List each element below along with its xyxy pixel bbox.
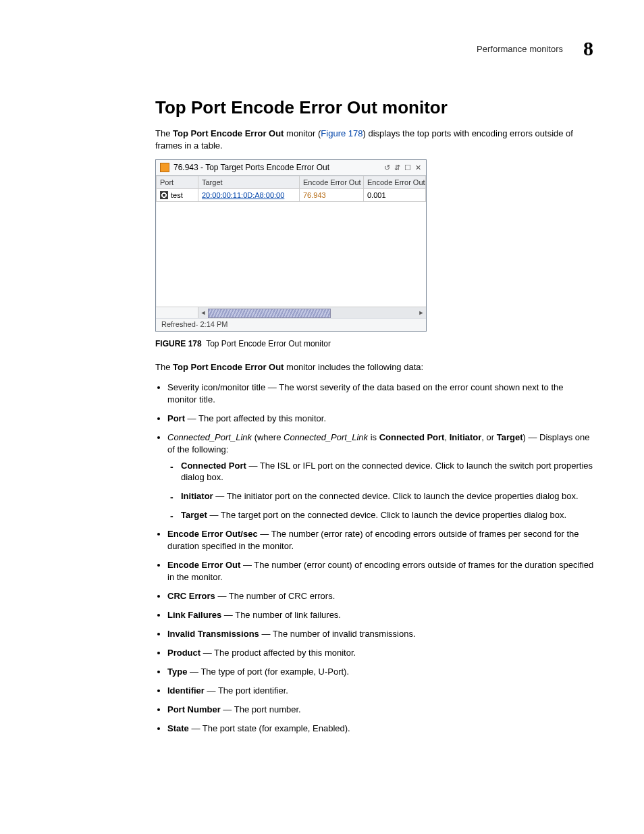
refresh-icon[interactable]: ↺	[383, 163, 391, 172]
list-item: Target — The target port on the connecte…	[181, 509, 594, 521]
list-item: Encode Error Out/sec — The number (error…	[167, 528, 594, 552]
col-target[interactable]: Target	[198, 176, 300, 189]
list-item: Product — The product affected by this m…	[167, 647, 594, 659]
col-port[interactable]: Port	[157, 176, 198, 189]
encode-error-out-cell: 76.943	[300, 189, 364, 202]
table-header-row: Port Target Encode Error Out Encode Erro…	[157, 176, 426, 189]
intro-paragraph: The Top Port Encode Error Out monitor (F…	[155, 128, 594, 151]
figure-link[interactable]: Figure 178	[321, 128, 363, 138]
monitor-titlebar: 76.943 - Top Target Ports Encode Error O…	[156, 160, 426, 176]
list-item: Initiator — The initiator port on the co…	[181, 490, 594, 502]
list-item: Encode Error Out — The number (error cou…	[167, 559, 594, 583]
table-row[interactable]: test 20:00:00:11:0D:A8:00:00 76.943 0.00…	[157, 189, 426, 202]
scroll-thumb[interactable]	[208, 309, 331, 318]
col-encode-error-out[interactable]: Encode Error Out	[300, 176, 364, 189]
list-item: Invalid Transmissions — The number of in…	[167, 628, 594, 640]
col-encode-error-rate[interactable]: Encode Error Out/sec	[364, 176, 426, 189]
list-item: Link Failures — The number of link failu…	[167, 609, 594, 621]
table-empty-area	[156, 202, 426, 307]
list-item: Connected_Port_Link (where Connected_Por…	[167, 432, 594, 522]
chapter-number: 8	[583, 37, 593, 60]
monitor-table: Port Target Encode Error Out Encode Erro…	[156, 176, 426, 202]
lead-paragraph-2: The Top Port Encode Error Out monitor in…	[155, 361, 594, 373]
list-item: State — The port state (for example, Ena…	[167, 723, 594, 735]
encode-error-rate-cell: 0.001	[364, 189, 426, 202]
list-item: Severity icon/monitor title — The worst …	[167, 382, 594, 406]
port-type-icon	[160, 191, 168, 199]
monitor-panel: 76.943 - Top Target Ports Encode Error O…	[155, 159, 427, 332]
figure-caption: FIGURE 178 Top Port Encode Error Out mon…	[155, 338, 594, 349]
target-link[interactable]: 20:00:00:11:0D:A8:00:00	[202, 191, 284, 199]
field-description-list: Severity icon/monitor title — The worst …	[155, 382, 594, 735]
horizontal-scrollbar[interactable]: ◄ ►	[156, 307, 426, 318]
severity-icon	[160, 163, 169, 172]
port-cell: test	[171, 191, 183, 199]
list-item: Port — The port affected by this monitor…	[167, 413, 594, 425]
status-bar: Refreshed- 2:14 PM	[156, 318, 426, 331]
running-header: Performance monitors 8	[51, 37, 593, 60]
scroll-right-icon[interactable]: ►	[417, 309, 426, 316]
list-item: Type — The type of port (for example, U-…	[167, 666, 594, 678]
monitor-title: 76.943 - Top Target Ports Encode Error O…	[173, 163, 329, 172]
scroll-left-icon[interactable]: ◄	[198, 309, 208, 316]
list-item: CRC Errors — The number of CRC errors.	[167, 590, 594, 602]
collapse-icon[interactable]: ⇵	[394, 163, 401, 172]
close-icon[interactable]: ✕	[414, 163, 422, 172]
sub-list: Connected Port — The ISL or IFL port on …	[167, 460, 594, 522]
section-heading: Top Port Encode Error Out monitor	[155, 97, 594, 118]
list-item: Identifier — The port identifier.	[167, 685, 594, 697]
running-header-label: Performance monitors	[477, 44, 563, 54]
list-item: Connected Port — The ISL or IFL port on …	[181, 460, 594, 484]
maximize-icon[interactable]: ☐	[404, 163, 412, 172]
list-item: Port Number — The port number.	[167, 704, 594, 716]
